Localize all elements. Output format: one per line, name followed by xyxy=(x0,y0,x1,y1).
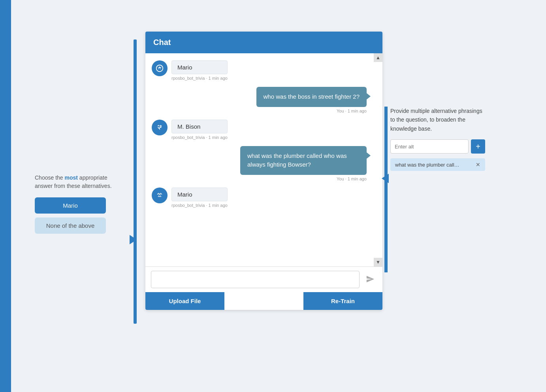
bot-bubble: Mario xyxy=(171,60,228,74)
message-row: M. Bison rposbo_bot_trivia · 1 min ago xyxy=(145,116,382,143)
right-arrow-pointer xyxy=(382,174,389,183)
message-timestamp: rposbo_bot_trivia · 1 min ago xyxy=(171,76,228,81)
choice-mario-button[interactable]: Mario xyxy=(35,197,106,214)
bot-bubble: M. Bison xyxy=(171,120,228,133)
upload-file-button[interactable]: Upload File xyxy=(145,292,224,310)
chat-left-bar xyxy=(134,39,137,324)
scroll-down-button[interactable]: ▼ xyxy=(374,258,382,266)
scroll-up-button[interactable]: ▲ xyxy=(374,53,382,62)
message-content: Mario rposbo_bot_trivia · 1 min ago xyxy=(171,60,228,81)
message-content: M. Bison rposbo_bot_trivia · 1 min ago xyxy=(171,120,228,140)
chat-arrow-pointer xyxy=(130,235,137,244)
chevron-down-icon: ▼ xyxy=(376,259,380,265)
user-bubble: what was the plumber called who was alwa… xyxy=(240,146,367,175)
avatar xyxy=(152,188,168,203)
choices-panel: Choose the most appropriate answer from … xyxy=(35,174,122,238)
svg-point-1 xyxy=(158,127,158,128)
chat-bottom-buttons: Upload File Re-Train xyxy=(145,292,382,310)
left-accent-bar xyxy=(0,0,11,392)
user-message-row: who was the boss in street fighter 2? Yo… xyxy=(145,84,382,116)
message-content: Mario rposbo_bot_trivia · 1 min ago xyxy=(171,188,228,208)
send-icon xyxy=(366,275,375,283)
chat-input-area xyxy=(145,266,382,292)
message-timestamp: rposbo_bot_trivia · 1 min ago xyxy=(171,135,228,140)
message-row: Mario rposbo_bot_trivia · 1 min ago xyxy=(145,57,382,84)
close-alt-phrase-button[interactable]: ✕ xyxy=(476,161,480,168)
chat-container: Chat ▲ Mario rposbo_bot_trivia · 1 min a… xyxy=(145,32,382,310)
right-description: Provide multiple alternative phrasings t… xyxy=(390,107,485,133)
alt-phrase-input[interactable] xyxy=(390,139,469,154)
avatar xyxy=(152,120,168,135)
chat-input[interactable] xyxy=(151,271,360,288)
user-timestamp: You · 1 min ago xyxy=(337,176,367,181)
user-bubble: who was the boss in street fighter 2? xyxy=(256,87,367,107)
right-blue-bar xyxy=(384,107,388,272)
svg-point-2 xyxy=(161,127,162,128)
bot-bubble: Mario xyxy=(171,188,228,201)
highlight-most: most xyxy=(65,174,78,181)
message-timestamp: rposbo_bot_trivia · 1 min ago xyxy=(171,203,228,208)
alt-phrase-tag: what was the plumber call… ✕ xyxy=(390,158,485,171)
chat-body[interactable]: ▲ Mario rposbo_bot_trivia · 1 min ago wh… xyxy=(145,53,382,266)
bot-icon xyxy=(155,123,164,132)
right-panel: Provide multiple alternative phrasings t… xyxy=(390,107,485,171)
chat-header: Chat xyxy=(145,32,382,53)
choice-none-button[interactable]: None of the above xyxy=(35,218,106,234)
main-content: Choose the most appropriate answer from … xyxy=(11,0,546,392)
bot-icon xyxy=(155,64,164,73)
avatar xyxy=(152,60,168,76)
retrain-button[interactable]: Re-Train xyxy=(303,292,382,310)
user-message-row: what was the plumber called who was alwa… xyxy=(145,143,382,184)
alt-input-row: + xyxy=(390,139,485,154)
chevron-up-icon: ▲ xyxy=(376,55,380,60)
user-timestamp: You · 1 min ago xyxy=(337,109,367,113)
message-row: Mario rposbo_bot_trivia · 1 min ago xyxy=(145,184,382,211)
add-alt-phrase-button[interactable]: + xyxy=(471,139,485,154)
svg-point-3 xyxy=(156,191,163,199)
alt-phrase-text: what was the plumber call… xyxy=(395,162,459,168)
bot-icon xyxy=(155,191,164,200)
send-button[interactable] xyxy=(363,272,377,287)
choices-instruction: Choose the most appropriate answer from … xyxy=(35,174,122,190)
